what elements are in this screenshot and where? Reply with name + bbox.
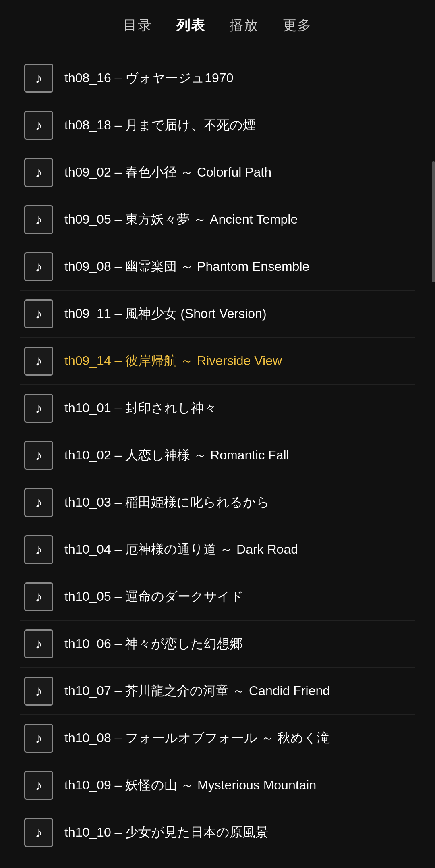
music-note-icon: [24, 299, 53, 328]
track-title: th09_11 – 風神少女 (Short Version): [64, 305, 267, 322]
track-title: th10_06 – 神々が恋した幻想郷: [64, 635, 242, 652]
nav-tab-play[interactable]: 播放: [230, 16, 259, 35]
track-title: th09_05 – 東方妖々夢 ～ Ancient Temple: [64, 211, 298, 228]
music-note-icon: [24, 158, 53, 187]
music-note-icon: [24, 347, 53, 376]
music-note-icon: [24, 252, 53, 281]
track-item[interactable]: th09_02 – 春色小径 ～ Colorful Path: [20, 149, 415, 196]
scrollbar[interactable]: [432, 161, 435, 282]
track-item[interactable]: th10_09 – 妖怪の山 ～ Mysterious Mountain: [20, 762, 415, 809]
nav-tabs: 目录列表播放更多: [0, 0, 435, 47]
track-item[interactable]: th08_16 – ヴォヤージュ1970: [20, 55, 415, 102]
track-item[interactable]: th08_18 – 月まで届け、不死の煙: [20, 102, 415, 149]
track-item[interactable]: th10_08 – フォールオブフォール ～ 秋めく滝: [20, 715, 415, 762]
track-title: th08_16 – ヴォヤージュ1970: [64, 70, 233, 87]
track-item[interactable]: th10_04 – 厄神様の通り道 ～ Dark Road: [20, 526, 415, 573]
music-note-icon: [24, 441, 53, 470]
track-title: th10_07 – 芥川龍之介の河童 ～ Candid Friend: [64, 683, 330, 700]
track-title: th09_02 – 春色小径 ～ Colorful Path: [64, 164, 271, 181]
track-item[interactable]: th10_05 – 運命のダークサイド: [20, 573, 415, 621]
track-title: th10_09 – 妖怪の山 ～ Mysterious Mountain: [64, 777, 316, 794]
track-item[interactable]: th10_03 – 稲田姫様に叱られるから: [20, 479, 415, 526]
nav-tab-catalog[interactable]: 目录: [123, 16, 152, 35]
track-title: th10_03 – 稲田姫様に叱られるから: [64, 494, 269, 511]
music-note-icon: [24, 582, 53, 611]
music-note-icon: [24, 535, 53, 564]
music-note-icon: [24, 629, 53, 658]
music-note-icon: [24, 111, 53, 140]
nav-tab-list[interactable]: 列表: [176, 16, 205, 35]
track-list: th08_16 – ヴォヤージュ1970th08_18 – 月まで届け、不死の煙…: [0, 47, 435, 868]
music-note-icon: [24, 488, 53, 517]
music-note-icon: [24, 64, 53, 93]
music-note-icon: [24, 724, 53, 753]
music-note-icon: [24, 205, 53, 234]
track-title: th10_01 – 封印されし神々: [64, 400, 217, 417]
track-item[interactable]: th10_01 – 封印されし神々: [20, 385, 415, 432]
nav-tab-more[interactable]: 更多: [283, 16, 312, 35]
track-item[interactable]: th10_02 – 人恋し神様 ～ Romantic Fall: [20, 432, 415, 479]
track-title: th10_05 – 運命のダークサイド: [64, 588, 244, 605]
track-title: th09_08 – 幽霊楽団 ～ Phantom Ensemble: [64, 258, 309, 275]
track-title: th10_02 – 人恋し神様 ～ Romantic Fall: [64, 447, 289, 464]
track-item[interactable]: th10_07 – 芥川龍之介の河童 ～ Candid Friend: [20, 668, 415, 715]
track-item[interactable]: th10_10 – 少女が見た日本の原風景: [20, 809, 415, 856]
music-note-icon: [24, 677, 53, 706]
track-title: th10_08 – フォールオブフォール ～ 秋めく滝: [64, 730, 330, 747]
track-item[interactable]: th09_11 – 風神少女 (Short Version): [20, 291, 415, 338]
track-title: th10_10 – 少女が見た日本の原風景: [64, 824, 268, 841]
music-note-icon: [24, 818, 53, 847]
track-item[interactable]: th09_08 – 幽霊楽団 ～ Phantom Ensemble: [20, 243, 415, 291]
music-note-icon: [24, 771, 53, 800]
music-note-icon: [24, 394, 53, 423]
track-item[interactable]: th09_05 – 東方妖々夢 ～ Ancient Temple: [20, 196, 415, 243]
track-item[interactable]: th10_06 – 神々が恋した幻想郷: [20, 621, 415, 668]
track-title: th10_04 – 厄神様の通り道 ～ Dark Road: [64, 541, 298, 558]
track-item[interactable]: th09_14 – 彼岸帰航 ～ Riverside View: [20, 338, 415, 385]
track-title: th09_14 – 彼岸帰航 ～ Riverside View: [64, 353, 282, 370]
track-title: th08_18 – 月まで届け、不死の煙: [64, 117, 256, 134]
